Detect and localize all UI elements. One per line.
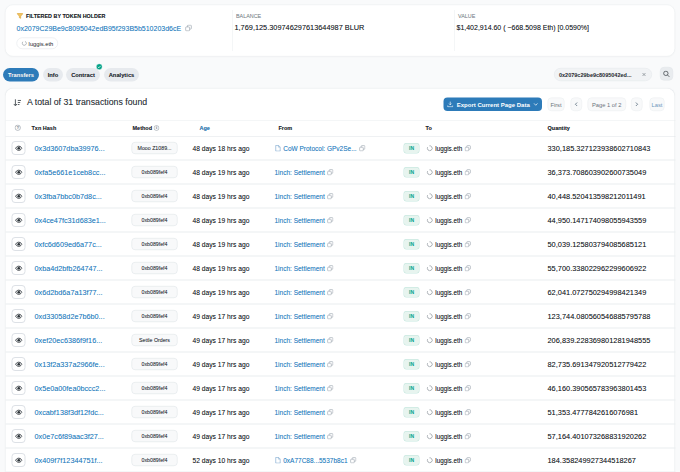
svg-text:?: ? (17, 126, 20, 130)
svg-text:i: i (156, 126, 157, 130)
